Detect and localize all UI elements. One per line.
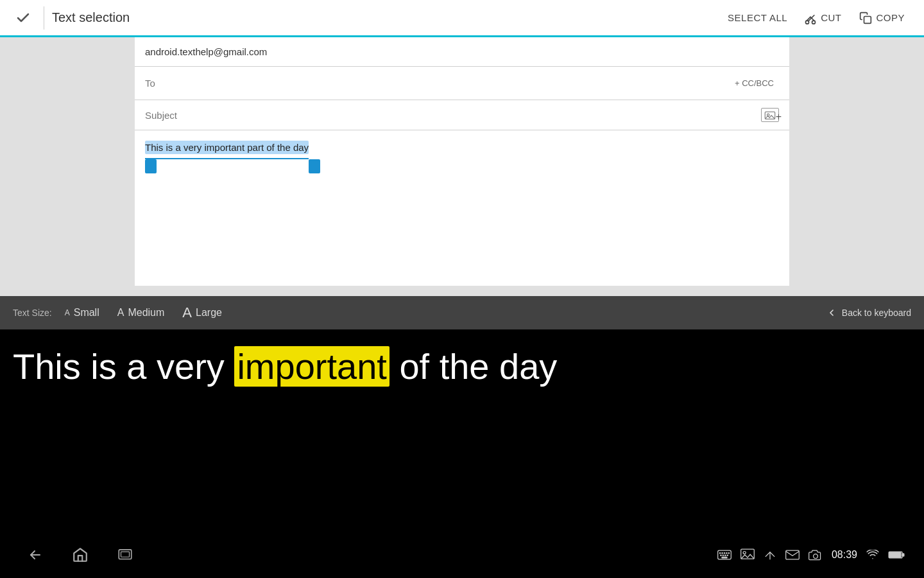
copy-label: COPY bbox=[876, 12, 905, 23]
preview-text: This is a very important of the day bbox=[13, 345, 557, 388]
action-bar-title: Text selection bbox=[52, 10, 720, 25]
back-nav-button[interactable] bbox=[19, 539, 51, 571]
svg-rect-21 bbox=[722, 557, 727, 557]
selection-handle-left[interactable] bbox=[145, 159, 157, 173]
large-icon: A bbox=[182, 304, 192, 321]
svg-point-20 bbox=[727, 555, 728, 556]
svg-point-23 bbox=[743, 552, 746, 554]
status-right: 08:39 bbox=[717, 548, 905, 561]
svg-point-26 bbox=[814, 554, 818, 559]
check-button[interactable] bbox=[10, 5, 36, 31]
svg-point-19 bbox=[725, 555, 726, 556]
bottom-nav: 08:39 bbox=[0, 532, 924, 578]
svg-rect-29 bbox=[902, 554, 904, 556]
small-icon: A bbox=[65, 308, 70, 317]
svg-rect-28 bbox=[889, 552, 901, 557]
back-to-keyboard-label: Back to keyboard bbox=[842, 308, 911, 318]
subject-input[interactable] bbox=[145, 110, 761, 121]
preview-before: This is a very bbox=[13, 346, 234, 387]
cc-bcc-button[interactable]: + CC/BCC bbox=[730, 76, 779, 91]
back-to-keyboard-button[interactable]: Back to keyboard bbox=[826, 308, 911, 318]
email-icon bbox=[785, 549, 800, 561]
recents-nav-button[interactable] bbox=[109, 539, 141, 571]
preview-highlighted-word: important bbox=[234, 346, 389, 387]
small-label: Small bbox=[74, 307, 99, 319]
selected-text: This is a very important part of the day bbox=[145, 141, 309, 154]
svg-point-14 bbox=[724, 553, 724, 554]
text-size-toolbar: Text Size: A Small A Medium A Large Back… bbox=[0, 296, 924, 329]
home-nav-button[interactable] bbox=[64, 539, 96, 571]
text-size-label: Text Size: bbox=[13, 308, 52, 318]
camera-icon bbox=[809, 549, 823, 561]
svg-point-12 bbox=[719, 553, 720, 554]
preview-area: This is a very important of the day bbox=[0, 329, 924, 532]
svg-point-1 bbox=[812, 21, 816, 24]
wifi-icon bbox=[866, 550, 879, 560]
selection-underline bbox=[145, 158, 309, 159]
svg-point-13 bbox=[722, 553, 723, 554]
selection-container: This is a very important part of the day bbox=[145, 141, 309, 154]
share-icon bbox=[764, 548, 776, 561]
subject-field: + bbox=[135, 100, 789, 130]
email-body[interactable]: This is a very important part of the day bbox=[135, 130, 789, 164]
text-size-large[interactable]: A Large bbox=[182, 304, 222, 321]
preview-after: of the day bbox=[389, 346, 558, 387]
svg-rect-9 bbox=[121, 552, 130, 557]
keyboard-icon bbox=[717, 549, 732, 561]
selection-highlight: This is a very important part of the day bbox=[145, 141, 309, 154]
action-bar: Text selection SELECT ALL CUT COPY bbox=[0, 0, 924, 37]
svg-point-18 bbox=[723, 555, 723, 556]
selection-handle-right[interactable] bbox=[309, 159, 320, 173]
gallery-icon bbox=[740, 548, 755, 561]
select-all-button[interactable]: SELECT ALL bbox=[720, 7, 795, 28]
image-attach-button[interactable]: + bbox=[761, 108, 779, 122]
left-panel bbox=[0, 37, 135, 288]
svg-point-16 bbox=[728, 553, 729, 554]
large-label: Large bbox=[196, 307, 222, 319]
svg-point-15 bbox=[726, 553, 727, 554]
text-size-medium[interactable]: A Medium bbox=[117, 307, 165, 319]
from-email: android.texthelp@gmail.com bbox=[145, 46, 267, 57]
svg-rect-25 bbox=[786, 550, 800, 559]
text-size-small[interactable]: A Small bbox=[65, 307, 99, 319]
medium-label: Medium bbox=[128, 307, 164, 319]
cut-label: CUT bbox=[821, 12, 841, 23]
divider bbox=[44, 6, 44, 30]
email-compose-area: android.texthelp@gmail.com + CC/BCC + Th… bbox=[135, 37, 789, 286]
right-panel bbox=[789, 37, 924, 288]
medium-icon: A bbox=[117, 307, 124, 319]
clock: 08:39 bbox=[832, 549, 857, 561]
from-field: android.texthelp@gmail.com bbox=[135, 37, 789, 67]
svg-point-17 bbox=[721, 555, 721, 556]
battery-icon bbox=[888, 550, 905, 559]
svg-rect-5 bbox=[864, 16, 871, 23]
to-field: + CC/BCC bbox=[135, 67, 789, 100]
cut-button[interactable]: CUT bbox=[795, 6, 850, 30]
to-input[interactable] bbox=[145, 78, 724, 89]
copy-button[interactable]: COPY bbox=[850, 6, 914, 30]
